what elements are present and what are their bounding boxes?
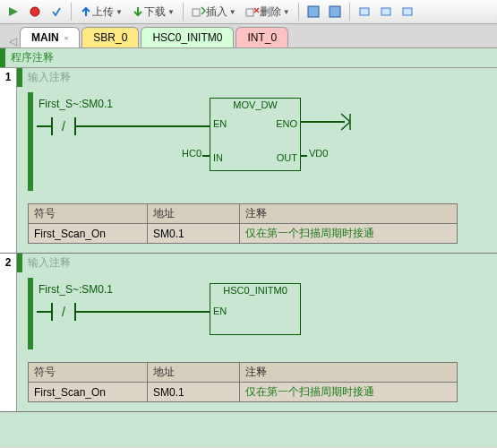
in-source: HC0	[182, 148, 201, 159]
col-comment: 注释	[240, 204, 458, 224]
delete-icon	[245, 5, 260, 18]
tab-int0[interactable]: INT_0	[236, 27, 288, 47]
svg-rect-4	[308, 6, 319, 17]
wire	[202, 155, 210, 157]
table-row[interactable]: First_Scan_OnSM0.1仅在第一个扫描周期时接通	[29, 224, 458, 244]
box-title: MOV_DW	[210, 99, 300, 112]
col-symbol: 符号	[29, 204, 148, 224]
terminator-icon	[339, 112, 357, 132]
wire	[300, 121, 345, 123]
pin-en: EN	[213, 306, 227, 316]
tab-main[interactable]: MAIN×	[20, 27, 80, 47]
table-row[interactable]: First_Scan_OnSM0.1仅在第一个扫描周期时接通	[29, 383, 458, 402]
rung-number: 2	[0, 254, 17, 411]
ladder-diagram-2[interactable]: First_S~:SM0.1 / HSC0_INITM0 EN	[17, 278, 497, 349]
download-label: 下载	[144, 4, 166, 20]
pin-en: EN	[213, 118, 227, 129]
contact-symbol-label: First_S~:SM0.1	[39, 283, 113, 296]
insert-button[interactable]: 插入 ▼	[188, 1, 240, 22]
run-button[interactable]	[4, 1, 23, 22]
wire	[300, 155, 307, 157]
col-address: 地址	[148, 204, 240, 224]
toolbar: 上传 ▼ 下载 ▼ 插入 ▼ 删除 ▼	[0, 0, 497, 24]
instruction-box-movdw[interactable]: MOV_DW EN ENO IN OUT	[210, 98, 301, 171]
cell-comment: 仅在第一个扫描周期时接通	[240, 224, 458, 244]
col-symbol: 符号	[29, 363, 148, 383]
symbol-table-2: 符号地址注释 First_Scan_OnSM0.1仅在第一个扫描周期时接通	[28, 362, 458, 402]
rung-number: 1	[0, 68, 17, 253]
cell-address: SM0.1	[148, 383, 240, 402]
svg-marker-0	[9, 7, 18, 16]
nc-contact[interactable]: /	[37, 117, 210, 135]
cell-comment: 仅在第一个扫描周期时接通	[240, 383, 458, 402]
power-rail	[28, 92, 33, 191]
compile-button[interactable]	[47, 1, 66, 22]
box-title: HSC0_INITM0	[210, 284, 300, 297]
cell-address: SM0.1	[148, 224, 240, 244]
delete-button[interactable]: 删除 ▼	[242, 1, 294, 22]
cell-symbol: First_Scan_On	[29, 383, 148, 402]
svg-rect-8	[403, 8, 412, 15]
col-address: 地址	[148, 363, 240, 383]
ladder-workspace: 程序注释 1 输入注释 First_S~:SM0.1 / MOV_DW	[0, 47, 497, 447]
separator	[71, 3, 72, 21]
tab-prev-icon[interactable]: ◁	[5, 35, 20, 47]
tab-label: HSC0_INITM0	[152, 31, 222, 44]
tab-label: SBR_0	[93, 31, 127, 44]
tab-bar: ◁ MAIN× SBR_0 HSC0_INITM0 INT_0	[0, 24, 497, 47]
separator	[183, 3, 184, 21]
block-button-1[interactable]	[304, 1, 323, 22]
tab-hsc0[interactable]: HSC0_INITM0	[141, 27, 234, 47]
power-rail	[28, 278, 33, 349]
window-button-2[interactable]	[376, 1, 396, 22]
upload-label: 上传	[92, 4, 114, 20]
pin-in: IN	[213, 152, 223, 163]
separator	[349, 3, 350, 21]
svg-point-1	[30, 7, 39, 16]
col-comment: 注释	[240, 363, 458, 383]
rung-1: 1 输入注释 First_S~:SM0.1 / MOV_DW EN E	[0, 68, 497, 254]
chevron-down-icon: ▼	[283, 8, 290, 16]
input-comment[interactable]: 输入注释	[17, 68, 497, 87]
arrow-down-icon	[132, 5, 144, 18]
tab-label: MAIN	[31, 31, 59, 44]
svg-rect-7	[381, 8, 390, 15]
separator	[298, 3, 299, 21]
program-comment-label: 程序注释	[11, 51, 54, 64]
nc-contact[interactable]: /	[37, 303, 210, 321]
insert-label: 插入	[206, 4, 227, 20]
block-button-2[interactable]	[325, 1, 345, 22]
window-button-1[interactable]	[355, 1, 374, 22]
download-button[interactable]: 下载 ▼	[128, 1, 178, 22]
insert-icon	[192, 5, 206, 18]
delete-label: 删除	[260, 4, 281, 20]
svg-rect-2	[193, 9, 200, 16]
svg-rect-5	[330, 6, 340, 17]
ladder-diagram-1[interactable]: First_S~:SM0.1 / MOV_DW EN ENO IN OUT	[17, 92, 497, 191]
contact-symbol-label: First_S~:SM0.1	[39, 98, 113, 110]
stop-button[interactable]	[25, 1, 45, 22]
upload-button[interactable]: 上传 ▼	[76, 1, 126, 22]
chevron-down-icon: ▼	[229, 8, 236, 16]
chevron-down-icon: ▼	[167, 8, 175, 16]
tab-label: INT_0	[247, 31, 277, 44]
tab-sbr0[interactable]: SBR_0	[81, 27, 139, 47]
arrow-up-icon	[80, 5, 92, 18]
pin-eno: ENO	[276, 118, 297, 129]
rung-2: 2 输入注释 First_S~:SM0.1 / HSC0_INITM0 EN	[0, 254, 497, 412]
out-dest: VD0	[309, 148, 328, 159]
pin-out: OUT	[277, 152, 297, 163]
window-button-3[interactable]	[398, 1, 417, 22]
cell-symbol: First_Scan_On	[29, 224, 148, 244]
program-comment-row[interactable]: 程序注释	[0, 47, 497, 68]
svg-rect-3	[246, 9, 253, 16]
svg-rect-6	[360, 8, 369, 15]
close-icon[interactable]: ×	[64, 34, 69, 42]
input-comment[interactable]: 输入注释	[17, 254, 497, 272]
instruction-box-hsc0[interactable]: HSC0_INITM0 EN	[210, 283, 301, 335]
chevron-down-icon: ▼	[116, 8, 123, 16]
symbol-table-1: 符号地址注释 First_Scan_OnSM0.1仅在第一个扫描周期时接通	[28, 203, 458, 244]
